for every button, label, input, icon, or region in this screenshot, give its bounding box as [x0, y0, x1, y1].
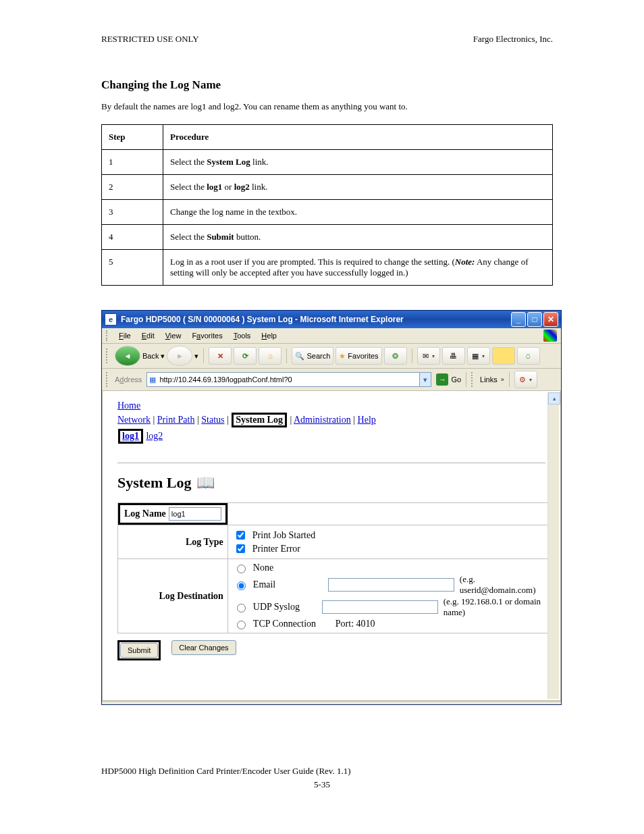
udp-hint: (e.g. 192.168.0.1 or domain name) [444, 596, 548, 618]
menu-edit[interactable]: Edit [137, 330, 159, 341]
email-hint: (e.g. userid@domain.com) [460, 574, 548, 596]
status-bar [102, 701, 561, 704]
table-row: 5Log in as a root user if you are prompt… [102, 250, 553, 286]
page-icon: ▦ [147, 375, 158, 384]
discuss-button[interactable] [492, 347, 515, 365]
go-button[interactable]: → Go [436, 373, 461, 386]
windows-flag-icon [543, 330, 557, 342]
page-content: ▴ Home Network | Print Path | Status | S… [102, 391, 561, 701]
steps-table: Step Procedure 1Select the System Log li… [101, 124, 553, 286]
print-button[interactable]: 🖶 [442, 347, 465, 365]
extra-button[interactable]: ⚙▾ [514, 371, 537, 388]
nav-printpath[interactable]: Print Path [157, 415, 195, 425]
nav-network[interactable]: Network [117, 415, 151, 425]
grip-icon [106, 372, 110, 387]
chk-print-started[interactable] [236, 531, 245, 540]
doc-product: Fargo Electronics, Inc. [473, 34, 553, 45]
table-row: 2Select the log1 or log2 link. [102, 175, 553, 200]
address-box[interactable]: ▦ ▾ [146, 372, 431, 387]
nav-systemlog[interactable]: System Log [232, 413, 287, 427]
go-icon: → [436, 373, 448, 386]
forward-dropdown[interactable]: ▾ [194, 352, 198, 361]
window-title: Fargo HDP5000 ( S/N 00000064 ) System Lo… [121, 315, 511, 324]
tcp-port: Port: 4010 [336, 619, 375, 629]
log-name-label: Log Name [118, 503, 227, 525]
mail-button[interactable]: ✉▾ [417, 347, 440, 365]
sub-nav: log1 log2 [117, 429, 545, 444]
grip-icon [106, 330, 110, 341]
back-label: Back [142, 352, 159, 360]
steps-header-proc: Procedure [163, 125, 553, 150]
favorites-button[interactable]: ★Favorites [336, 347, 381, 365]
top-nav: Network | Print Path | Status | System L… [117, 413, 545, 427]
messenger-button[interactable]: ⍥ [517, 347, 540, 365]
stop-button[interactable]: ✕ [209, 347, 232, 365]
submit-button[interactable]: Submit [120, 643, 158, 658]
book-icon: 📖 [196, 474, 215, 492]
toolbar: ◄ Back ▾ ► ▾ ✕ ⟳ ⌂ 🔍Search ★Favorites ❂ … [102, 344, 561, 369]
radio-udp[interactable] [237, 604, 246, 613]
address-input[interactable] [158, 375, 419, 384]
nav-admin[interactable]: Administration [294, 415, 351, 425]
titlebar: e Fargo HDP5000 ( S/N 00000064 ) System … [102, 311, 561, 328]
email-input[interactable] [328, 578, 454, 592]
back-button[interactable]: ◄ [115, 346, 140, 366]
page-number: 5-35 [0, 779, 644, 790]
submit-highlight: Submit [117, 640, 161, 660]
nav-status[interactable]: Status [201, 415, 224, 425]
menubar: File Edit View Favorites Tools Help [102, 328, 561, 344]
subnav-log1[interactable]: log1 [118, 429, 143, 444]
menu-help[interactable]: Help [257, 330, 281, 341]
links-label[interactable]: Links [480, 375, 498, 384]
system-log-form: Log Name Log Type Print Job Started Prin… [117, 502, 554, 633]
table-row: 1Select the System Log link. [102, 150, 553, 175]
maximize-button[interactable]: □ [527, 312, 542, 327]
edit-button[interactable]: ▦▾ [467, 347, 490, 365]
minimize-button[interactable]: _ [511, 312, 526, 327]
scroll-up-icon[interactable]: ▴ [548, 392, 560, 405]
menu-file[interactable]: File [114, 330, 136, 341]
search-button[interactable]: 🔍Search [292, 347, 333, 365]
page-heading: System Log 📖 [117, 474, 545, 492]
refresh-button[interactable]: ⟳ [234, 347, 257, 365]
close-button[interactable]: ✕ [543, 312, 558, 327]
doc-title: Changing the Log Name [101, 78, 553, 92]
doc-intro: By default the names are log1 and log2. … [101, 101, 553, 112]
chk-printer-error[interactable] [236, 544, 245, 553]
menu-favorites[interactable]: Favorites [187, 330, 227, 341]
scrollbar[interactable]: ▴ [547, 392, 559, 699]
table-row: 3Change the log name in the textbox. [102, 200, 553, 225]
forward-button[interactable]: ► [167, 346, 192, 366]
back-dropdown[interactable]: ▾ [161, 352, 165, 361]
address-dropdown[interactable]: ▾ [419, 373, 431, 386]
address-bar: Address ▦ ▾ → Go Links » ⚙▾ [102, 369, 561, 391]
steps-header-step: Step [102, 125, 163, 150]
menu-tools[interactable]: Tools [229, 330, 256, 341]
table-row: 4Select the Submit button. [102, 225, 553, 250]
grip-icon [471, 372, 475, 387]
grip-icon [106, 348, 110, 363]
doc-section: RESTRICTED USE ONLY [101, 34, 199, 45]
log-type-label: Log Type [118, 525, 228, 559]
home-button[interactable]: ⌂ [259, 347, 281, 365]
home-link[interactable]: Home [117, 400, 140, 411]
subnav-log2[interactable]: log2 [146, 431, 163, 441]
ie-page-icon: e [105, 313, 117, 325]
clear-button[interactable]: Clear Changes [171, 640, 236, 655]
udp-input[interactable] [322, 600, 437, 614]
address-label: Address [115, 375, 142, 384]
radio-none[interactable] [237, 565, 246, 573]
menu-view[interactable]: View [161, 330, 186, 341]
doc-footer: HDP5000 High Definition Card Printer/Enc… [101, 766, 553, 777]
radio-email[interactable] [237, 581, 246, 590]
ie-window: e Fargo HDP5000 ( S/N 00000064 ) System … [101, 310, 562, 705]
log-name-input[interactable] [169, 507, 221, 521]
radio-tcp[interactable] [237, 621, 246, 629]
log-dest-label: Log Destination [118, 559, 228, 633]
nav-help[interactable]: Help [358, 415, 376, 425]
history-button[interactable]: ❂ [384, 347, 407, 365]
